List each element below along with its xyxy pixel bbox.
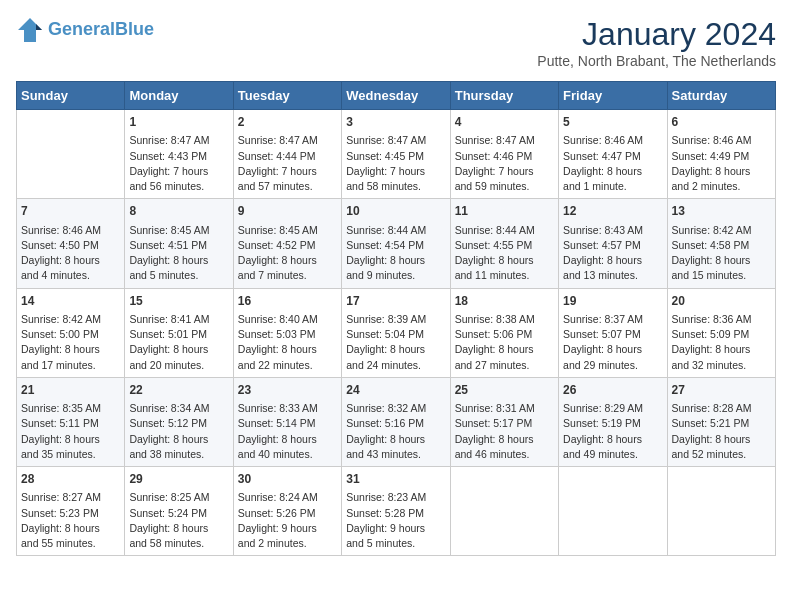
day-info: Daylight: 8 hours	[672, 253, 771, 268]
day-info: Sunrise: 8:23 AM	[346, 490, 445, 505]
day-info: Sunset: 5:12 PM	[129, 416, 228, 431]
day-info: Sunrise: 8:42 AM	[672, 223, 771, 238]
calendar-cell: 13Sunrise: 8:42 AMSunset: 4:58 PMDayligh…	[667, 199, 775, 288]
day-info: and 43 minutes.	[346, 447, 445, 462]
page-header: GeneralBlue January 2024 Putte, North Br…	[16, 16, 776, 69]
column-header-saturday: Saturday	[667, 82, 775, 110]
calendar-cell: 8Sunrise: 8:45 AMSunset: 4:51 PMDaylight…	[125, 199, 233, 288]
day-info: Sunrise: 8:44 AM	[346, 223, 445, 238]
day-info: Daylight: 8 hours	[563, 253, 662, 268]
day-info: Sunset: 4:45 PM	[346, 149, 445, 164]
title-block: January 2024 Putte, North Brabant, The N…	[537, 16, 776, 69]
calendar-cell: 30Sunrise: 8:24 AMSunset: 5:26 PMDayligh…	[233, 467, 341, 556]
column-header-tuesday: Tuesday	[233, 82, 341, 110]
column-header-friday: Friday	[559, 82, 667, 110]
day-info: and 57 minutes.	[238, 179, 337, 194]
day-number: 3	[346, 114, 445, 131]
day-number: 19	[563, 293, 662, 310]
calendar-cell: 25Sunrise: 8:31 AMSunset: 5:17 PMDayligh…	[450, 377, 558, 466]
svg-marker-1	[36, 24, 42, 30]
day-info: Sunrise: 8:47 AM	[129, 133, 228, 148]
day-info: Sunset: 5:28 PM	[346, 506, 445, 521]
day-info: Daylight: 8 hours	[21, 342, 120, 357]
calendar-cell: 15Sunrise: 8:41 AMSunset: 5:01 PMDayligh…	[125, 288, 233, 377]
day-info: Daylight: 8 hours	[129, 432, 228, 447]
calendar-cell: 9Sunrise: 8:45 AMSunset: 4:52 PMDaylight…	[233, 199, 341, 288]
day-info: and 58 minutes.	[129, 536, 228, 551]
day-info: Daylight: 9 hours	[238, 521, 337, 536]
day-info: Sunset: 5:23 PM	[21, 506, 120, 521]
day-info: Sunset: 5:07 PM	[563, 327, 662, 342]
calendar-cell	[667, 467, 775, 556]
day-info: Sunset: 5:26 PM	[238, 506, 337, 521]
day-info: Daylight: 8 hours	[455, 342, 554, 357]
calendar-subtitle: Putte, North Brabant, The Netherlands	[537, 53, 776, 69]
day-info: Sunrise: 8:46 AM	[563, 133, 662, 148]
day-info: and 13 minutes.	[563, 268, 662, 283]
day-info: Daylight: 8 hours	[455, 432, 554, 447]
calendar-cell: 7Sunrise: 8:46 AMSunset: 4:50 PMDaylight…	[17, 199, 125, 288]
calendar-cell: 21Sunrise: 8:35 AMSunset: 5:11 PMDayligh…	[17, 377, 125, 466]
day-info: Sunrise: 8:37 AM	[563, 312, 662, 327]
day-number: 8	[129, 203, 228, 220]
day-info: Sunset: 4:52 PM	[238, 238, 337, 253]
day-info: Daylight: 8 hours	[129, 253, 228, 268]
calendar-cell: 5Sunrise: 8:46 AMSunset: 4:47 PMDaylight…	[559, 110, 667, 199]
day-info: Daylight: 8 hours	[563, 432, 662, 447]
day-info: Sunrise: 8:36 AM	[672, 312, 771, 327]
day-info: and 29 minutes.	[563, 358, 662, 373]
day-info: Daylight: 8 hours	[21, 253, 120, 268]
day-number: 10	[346, 203, 445, 220]
day-info: Sunset: 4:57 PM	[563, 238, 662, 253]
day-info: Daylight: 8 hours	[21, 432, 120, 447]
day-number: 11	[455, 203, 554, 220]
calendar-cell: 20Sunrise: 8:36 AMSunset: 5:09 PMDayligh…	[667, 288, 775, 377]
day-info: Daylight: 8 hours	[672, 432, 771, 447]
calendar-body: 1Sunrise: 8:47 AMSunset: 4:43 PMDaylight…	[17, 110, 776, 556]
day-info: Sunrise: 8:24 AM	[238, 490, 337, 505]
day-info: Sunrise: 8:28 AM	[672, 401, 771, 416]
day-info: Sunrise: 8:39 AM	[346, 312, 445, 327]
calendar-cell: 3Sunrise: 8:47 AMSunset: 4:45 PMDaylight…	[342, 110, 450, 199]
day-info: Sunset: 4:44 PM	[238, 149, 337, 164]
day-info: Daylight: 8 hours	[129, 342, 228, 357]
column-header-thursday: Thursday	[450, 82, 558, 110]
day-info: and 9 minutes.	[346, 268, 445, 283]
day-info: and 49 minutes.	[563, 447, 662, 462]
day-info: Daylight: 8 hours	[238, 342, 337, 357]
day-info: Sunrise: 8:42 AM	[21, 312, 120, 327]
day-number: 15	[129, 293, 228, 310]
day-info: Sunrise: 8:32 AM	[346, 401, 445, 416]
day-info: and 27 minutes.	[455, 358, 554, 373]
column-header-sunday: Sunday	[17, 82, 125, 110]
calendar-week-5: 28Sunrise: 8:27 AMSunset: 5:23 PMDayligh…	[17, 467, 776, 556]
day-info: and 58 minutes.	[346, 179, 445, 194]
day-info: and 56 minutes.	[129, 179, 228, 194]
day-number: 12	[563, 203, 662, 220]
day-info: Sunrise: 8:47 AM	[346, 133, 445, 148]
day-info: and 52 minutes.	[672, 447, 771, 462]
day-number: 31	[346, 471, 445, 488]
day-info: Sunset: 4:46 PM	[455, 149, 554, 164]
calendar-cell: 6Sunrise: 8:46 AMSunset: 4:49 PMDaylight…	[667, 110, 775, 199]
day-info: Daylight: 8 hours	[672, 342, 771, 357]
day-number: 26	[563, 382, 662, 399]
day-info: Daylight: 8 hours	[238, 432, 337, 447]
calendar-cell	[559, 467, 667, 556]
day-info: Sunrise: 8:31 AM	[455, 401, 554, 416]
day-info: Sunset: 5:03 PM	[238, 327, 337, 342]
day-info: Sunset: 5:09 PM	[672, 327, 771, 342]
day-info: Sunset: 5:24 PM	[129, 506, 228, 521]
day-info: and 46 minutes.	[455, 447, 554, 462]
day-number: 27	[672, 382, 771, 399]
day-number: 25	[455, 382, 554, 399]
calendar-cell	[450, 467, 558, 556]
day-info: Daylight: 8 hours	[238, 253, 337, 268]
day-info: Daylight: 8 hours	[346, 342, 445, 357]
day-info: Sunset: 4:43 PM	[129, 149, 228, 164]
day-info: Daylight: 7 hours	[129, 164, 228, 179]
day-info: Daylight: 8 hours	[563, 342, 662, 357]
logo: GeneralBlue	[16, 16, 154, 44]
calendar-cell: 14Sunrise: 8:42 AMSunset: 5:00 PMDayligh…	[17, 288, 125, 377]
day-info: Daylight: 8 hours	[672, 164, 771, 179]
